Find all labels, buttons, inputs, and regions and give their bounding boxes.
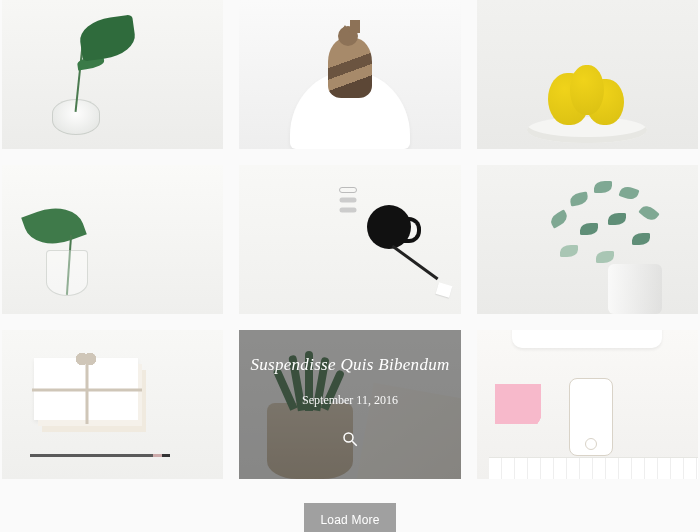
gallery-item-overlay: Suspendisse Quis Bibendum September 11, …: [239, 330, 460, 479]
gallery-item-cat-chair[interactable]: [239, 0, 460, 149]
gallery-item-monstera-vase[interactable]: [2, 0, 223, 149]
gallery-item-eucalyptus[interactable]: [477, 165, 698, 314]
load-more-wrap: Load More: [0, 503, 700, 532]
svg-point-0: [344, 433, 353, 442]
gallery-item-phone-desk[interactable]: [477, 330, 698, 479]
search-icon: [341, 430, 359, 452]
gallery-item-black-mug[interactable]: [239, 165, 460, 314]
gallery-item-leaf-vase[interactable]: [2, 165, 223, 314]
gallery-item-yellow-cactus[interactable]: [477, 0, 698, 149]
svg-line-1: [352, 441, 357, 446]
overlay-view-button[interactable]: [337, 428, 363, 454]
overlay-date: September 11, 2016: [302, 393, 398, 408]
overlay-title: Suspendisse Quis Bibendum: [250, 355, 449, 375]
gallery-item-aloe-pot[interactable]: Suspendisse Quis Bibendum September 11, …: [239, 330, 460, 479]
gallery-grid: Suspendisse Quis Bibendum September 11, …: [0, 0, 700, 479]
gallery-item-envelopes[interactable]: [2, 330, 223, 479]
load-more-button[interactable]: Load More: [304, 503, 395, 532]
